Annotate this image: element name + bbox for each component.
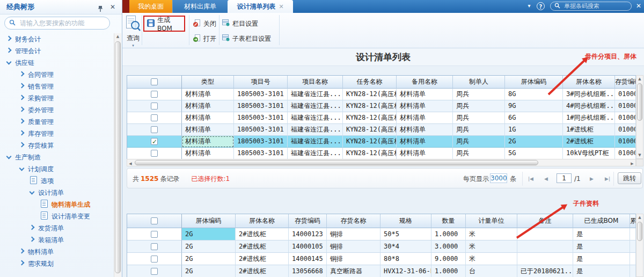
sidebar-item-inventory-management[interactable]: 库存管理 xyxy=(0,128,114,140)
subtable-column-settings-button[interactable]: 子表栏目设置 xyxy=(222,33,271,44)
sidebar-item-requirement-planning[interactable]: 需求规划 xyxy=(0,258,114,269)
open-button[interactable]: 打开 xyxy=(193,33,216,44)
sidebar-item-quality-management[interactable]: 质量管理 xyxy=(0,116,114,128)
column-header[interactable]: 数量 xyxy=(431,214,466,228)
column-header[interactable]: 类型 xyxy=(182,76,234,89)
row-checkbox-checked[interactable] xyxy=(151,138,158,145)
table-row[interactable]: 材料清单 1805003-3101 福建省连江县... KYN28-12(高压柜… xyxy=(127,100,636,112)
sidebar-item-production-manufacturing[interactable]: 生产制造 xyxy=(0,151,114,163)
tab-design-list[interactable]: 设计清单列表✕ xyxy=(228,0,293,13)
sidebar-item-material-list-generation[interactable]: 物料清单生成 xyxy=(0,199,114,210)
sidebar-item-management-accounting[interactable]: 管理会计 xyxy=(0,45,114,57)
jump-button[interactable]: 跳转 xyxy=(618,172,641,184)
chevron-down-icon[interactable]: ▾ xyxy=(525,0,533,12)
row-checkbox[interactable] xyxy=(151,91,158,98)
sidebar-close-icon[interactable]: ✕ xyxy=(110,0,115,14)
scroll-up-icon[interactable]: ▲ xyxy=(636,214,643,221)
row-checkbox[interactable] xyxy=(151,268,158,275)
scroll-down-icon[interactable]: ▼ xyxy=(636,152,643,158)
table-row[interactable]: 2G 2#进线柜 14000105 铜排 30*4 3.0000 米 是 xyxy=(127,240,636,253)
prev-page-button[interactable]: ◀ xyxy=(544,173,548,184)
sidebar-item-options[interactable]: 选项 xyxy=(0,175,114,187)
sidebar-item-supply-chain[interactable]: 供应链 xyxy=(0,57,114,69)
scroll-left-icon[interactable]: ◀ xyxy=(127,161,134,167)
select-all-checkbox[interactable] xyxy=(151,217,158,224)
table-row[interactable]: 材料清单 1805003-3101 福建省连江县... KYN28-12(高压柜… xyxy=(127,148,636,159)
barcode-search-box[interactable] xyxy=(550,2,632,11)
column-header[interactable]: 制单人 xyxy=(453,76,505,89)
column-header[interactable]: 已生成BOM xyxy=(573,214,630,228)
last-page-button[interactable]: ▶| xyxy=(605,173,610,184)
sidebar-item-financial-accounting[interactable]: 财务会计 xyxy=(0,33,114,45)
sidebar-search-box[interactable] xyxy=(4,17,110,30)
sidebar-item-design-list[interactable]: 设计清单 xyxy=(0,187,114,199)
tab-close-icon[interactable]: ✕ xyxy=(279,3,283,10)
close-icon[interactable]: ✕ xyxy=(634,0,643,12)
tab-my-desktop[interactable]: 我的桌面 xyxy=(129,0,172,13)
parent-table-vscrollbar[interactable]: ▲ ▼ xyxy=(636,75,643,159)
row-checkbox[interactable] xyxy=(151,103,158,110)
column-header[interactable]: 项目号 xyxy=(234,76,288,89)
next-page-button[interactable]: ▶ xyxy=(590,173,594,184)
sidebar-item-packing-list[interactable]: 装箱清单 xyxy=(0,234,114,246)
column-header[interactable]: 屏体名称 xyxy=(563,76,615,89)
generate-bom-button[interactable]: 生成BOM xyxy=(157,16,184,32)
sidebar-item-purchase-management[interactable]: 采购管理 xyxy=(0,92,114,104)
pin-icon[interactable] xyxy=(97,3,104,17)
row-checkbox[interactable] xyxy=(151,231,158,238)
column-header[interactable]: 备用名称 xyxy=(397,76,453,89)
sidebar-search-input[interactable] xyxy=(19,19,105,27)
table-row-selected[interactable]: 材料清单 1805003-3101 福建省连江县... KYN28-12(高压柜… xyxy=(127,136,636,148)
column-header[interactable]: 累 xyxy=(630,214,636,228)
scroll-up-icon[interactable]: ▲ xyxy=(114,33,121,40)
table-row[interactable]: 2G 2#进线柜 13056668 真空断路器 HVX12-31-06-E 1.… xyxy=(127,265,636,277)
column-header[interactable]: 任务名称 xyxy=(343,76,397,89)
sidebar-item-material-list[interactable]: 物料清单 xyxy=(0,246,114,258)
scroll-right-icon[interactable]: ▶ xyxy=(629,161,635,167)
column-header[interactable]: 规格 xyxy=(380,214,431,228)
column-header[interactable]: 存货名称 xyxy=(327,214,380,228)
sidebar-item-inventory-accounting[interactable]: 存货核算 xyxy=(0,140,114,151)
sidebar-item-design-list-change[interactable]: 设计清单变更 xyxy=(0,210,114,222)
column-header[interactable]: 项目名称 xyxy=(288,76,343,89)
table-row[interactable]: 材料清单 1805003-3101 福建省连江县... KYN28-12(高压柜… xyxy=(127,124,636,136)
first-page-button[interactable]: |◀ xyxy=(528,173,533,184)
column-settings-button[interactable]: 栏目设置 xyxy=(222,18,258,29)
tab-material-outbound[interactable]: 材料出库单 xyxy=(172,0,228,13)
child-table-vscrollbar[interactable]: ▲ xyxy=(636,214,643,277)
sidebar-item-outsourcing-management[interactable]: 委外管理 xyxy=(0,104,114,116)
column-header[interactable]: 屏体编码 xyxy=(182,214,236,228)
row-checkbox[interactable] xyxy=(151,114,158,121)
parent-table-hscrollbar[interactable]: ◀ ▶ xyxy=(127,159,636,166)
sidebar-item-sales-management[interactable]: 销售管理 xyxy=(0,81,114,92)
page-size-input[interactable]: 3000 xyxy=(490,173,507,183)
sidebar-item-planning-scheduling[interactable]: 计划调度 xyxy=(0,163,114,175)
barcode-search-input[interactable] xyxy=(563,2,643,10)
sidebar-item-shipping-list[interactable]: 发货清单 xyxy=(0,222,114,234)
scrollbar-thumb[interactable] xyxy=(135,160,538,165)
scrollbar-thumb[interactable] xyxy=(115,41,121,273)
column-header[interactable]: 存货编码 xyxy=(289,214,327,228)
close-button[interactable]: 关闭 xyxy=(193,18,216,29)
sidebar-scrollbar[interactable]: ▲ xyxy=(114,33,121,277)
help-icon[interactable]: ? xyxy=(537,2,545,10)
current-page-input[interactable]: 1 xyxy=(557,173,572,183)
table-row[interactable]: 2G 2#进线柜 14000123 铜排 50*5 1.0000 米 是 xyxy=(127,228,636,240)
row-checkbox[interactable] xyxy=(151,150,158,157)
row-checkbox[interactable] xyxy=(151,256,158,263)
column-header[interactable]: 备注 xyxy=(517,214,573,228)
row-checkbox[interactable] xyxy=(151,126,158,133)
scroll-up-icon[interactable]: ▲ xyxy=(636,76,643,82)
column-header[interactable]: 计量单位 xyxy=(466,214,517,228)
scrollbar-thumb[interactable] xyxy=(637,83,642,121)
scrollbar-thumb[interactable] xyxy=(637,222,642,241)
column-header[interactable]: 存货编码 xyxy=(615,76,636,89)
sidebar-item-contract-management[interactable]: 合同管理 xyxy=(0,69,114,81)
table-row[interactable]: 材料清单 1805003-3101 福建省连江县... KYN28-12(高压柜… xyxy=(127,89,636,100)
column-header[interactable]: 屏体名称 xyxy=(236,214,289,228)
select-all-checkbox[interactable] xyxy=(151,78,158,85)
table-row[interactable]: 材料清单 1805003-3101 福建省连江县... KYN28-12(高压柜… xyxy=(127,112,636,124)
row-checkbox[interactable] xyxy=(151,243,158,250)
table-row[interactable]: 2G 2#进线柜 14000145 铜排 80*8 9.0000 米 是 xyxy=(127,253,636,265)
query-button[interactable]: 查询 ▾ xyxy=(124,15,142,48)
